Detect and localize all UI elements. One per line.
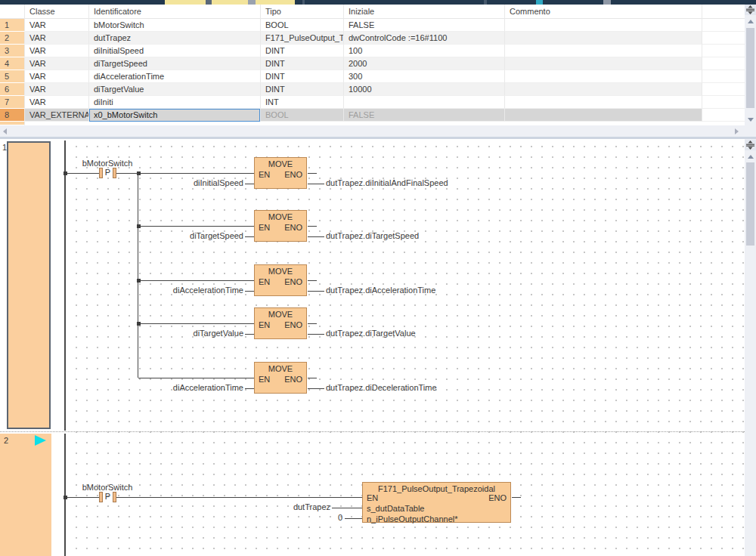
header-identificatore[interactable]: Identificatore [89, 5, 261, 19]
network2-margin[interactable] [0, 434, 51, 556]
vscrollbar-thumb[interactable] [746, 28, 754, 108]
block-output-operand[interactable]: dutTrapez.diTargetValue [326, 329, 416, 338]
cell-classe[interactable]: VAR [25, 57, 89, 70]
cell-commento[interactable] [505, 32, 702, 45]
move-block[interactable]: MOVE EN ENO [254, 362, 307, 394]
cell-classe[interactable]: VAR [25, 19, 89, 32]
cell-iniziale[interactable]: FALSE [344, 19, 505, 32]
positive-edge-contact[interactable]: P [103, 492, 113, 502]
cell-tipo[interactable]: DINT [261, 70, 344, 83]
cell-iniziale[interactable]: 300 [344, 70, 505, 83]
move-block[interactable]: MOVE EN ENO [254, 210, 307, 242]
header-iniziale[interactable]: Iniziale [344, 5, 505, 19]
cell-classe[interactable]: VAR [25, 96, 89, 109]
cell-commento[interactable] [505, 96, 702, 109]
cell-identificatore[interactable]: bMotorSwitch [89, 19, 261, 32]
move-block[interactable]: MOVE EN ENO [254, 264, 307, 296]
cell-commento[interactable] [505, 45, 702, 57]
network-number[interactable]: 2 [4, 436, 8, 445]
block-input-operand[interactable]: diTargetValue [92, 329, 243, 338]
cell-identificatore[interactable]: diIniti [89, 96, 261, 109]
cell-iniziale[interactable]: 2000 [344, 57, 505, 70]
cell-tipo[interactable]: BOOL [261, 19, 344, 32]
scroll-left-icon[interactable] [0, 125, 9, 137]
scroll-up-icon[interactable] [745, 152, 756, 161]
table-row[interactable]: 5 VAR diAccelerationTime DINT 300 [0, 70, 745, 83]
table-row[interactable]: 4 VAR diTargetSpeed DINT 2000 [0, 57, 745, 70]
scroll-down-icon[interactable] [745, 115, 756, 124]
cell-iniziale[interactable]: dwControlCode :=16#1100 [344, 32, 505, 45]
cell-extra [702, 45, 745, 57]
row-number[interactable]: 5 [0, 70, 25, 83]
table-row-selected[interactable]: 8 VAR_EXTERNAL x0_bMotorSwitch BOOL FALS… [0, 109, 745, 122]
scroll-up-icon[interactable] [745, 17, 756, 26]
contact-bar[interactable] [113, 168, 116, 178]
cell-classe[interactable]: VAR [25, 83, 89, 96]
row-number[interactable]: 2 [0, 32, 25, 45]
row-number[interactable]: 6 [0, 83, 25, 96]
move-block[interactable]: MOVE EN ENO [254, 307, 307, 339]
cell-commento[interactable] [505, 70, 702, 83]
cell-tipo[interactable]: F171_PulseOutput_T... [261, 32, 344, 45]
table-row[interactable]: 6 VAR diTargetValue DINT 10000 [0, 83, 745, 96]
table-row[interactable]: 1 VAR bMotorSwitch BOOL FALSE [0, 19, 745, 32]
row-number[interactable]: 3 [0, 45, 25, 57]
cell-tipo[interactable]: BOOL [261, 109, 344, 122]
cell-iniziale[interactable]: FALSE [344, 109, 505, 122]
cell-tipo[interactable]: DINT [261, 57, 344, 70]
block-output-operand[interactable]: dutTrapez.diAccelerationTime [326, 286, 435, 295]
ladder-vscrollbar[interactable] [745, 139, 756, 556]
function-block-f171[interactable]: F171_PulseOutput_Trapezoidal EN ENO s_du… [362, 482, 511, 523]
move-block[interactable]: MOVE EN ENO [254, 157, 307, 189]
row-number[interactable]: 4 [0, 57, 25, 70]
cell-identificatore[interactable]: diInitialSpeed [89, 45, 261, 57]
wire [308, 226, 317, 227]
header-classe[interactable]: Classe [25, 5, 89, 19]
row-number[interactable]: 8 [0, 109, 25, 122]
cell-iniziale[interactable]: 10000 [344, 83, 505, 96]
splitter-handle-icon[interactable] [745, 5, 756, 15]
identifier-edit-field[interactable]: x0_bMotorSwitch [89, 109, 260, 122]
row-number[interactable]: 1 [0, 19, 25, 32]
block-input-operand[interactable]: diAccelerationTime [92, 286, 243, 295]
cell-identificatore[interactable]: dutTrapez [89, 32, 261, 45]
cell-iniziale[interactable] [344, 96, 505, 109]
table-hscrollbar[interactable] [0, 125, 756, 137]
cell-tipo[interactable]: DINT [261, 45, 344, 57]
cell-commento[interactable] [505, 19, 702, 32]
network1-margin[interactable] [7, 141, 51, 429]
splitter-handle-icon[interactable] [745, 140, 756, 150]
block-input-operand[interactable]: dutTrapez [179, 502, 330, 512]
table-row[interactable]: 7 VAR diIniti INT [0, 96, 745, 109]
header-tipo[interactable]: Tipo [261, 5, 344, 19]
row-number[interactable]: 7 [0, 96, 25, 109]
cell-identificatore[interactable]: diAccelerationTime [89, 70, 261, 83]
cell-classe[interactable]: VAR_EXTERNAL [25, 109, 89, 122]
block-input-operand[interactable]: diTargetSpeed [92, 231, 243, 241]
block-output-operand[interactable]: dutTrapez.diInitialAndFinalSpeed [326, 178, 448, 188]
cell-identificatore[interactable]: diTargetValue [89, 83, 261, 96]
table-row[interactable]: 2 VAR dutTrapez F171_PulseOutput_T... dw… [0, 32, 745, 45]
cell-classe[interactable]: VAR [25, 32, 89, 45]
cell-commento[interactable] [505, 109, 702, 122]
cell-commento[interactable] [505, 57, 702, 70]
block-input-operand[interactable]: diInitialSpeed [92, 178, 243, 188]
header-commento[interactable]: Commento [505, 5, 702, 19]
cell-identificatore[interactable]: diTargetSpeed [89, 57, 261, 70]
cell-tipo[interactable]: DINT [261, 83, 344, 96]
block-output-operand[interactable]: dutTrapez.diDecelerationTime [326, 383, 437, 393]
block-input-operand[interactable]: diAccelerationTime [92, 383, 243, 393]
table-vscrollbar[interactable] [745, 5, 756, 125]
cell-commento[interactable] [505, 83, 702, 96]
block-input-operand[interactable]: 0 [191, 513, 342, 523]
block-output-operand[interactable]: dutTrapez.diTargetSpeed [326, 231, 419, 241]
cell-classe[interactable]: VAR [25, 70, 89, 83]
cell-tipo[interactable]: INT [261, 96, 344, 109]
vscrollbar-thumb[interactable] [746, 162, 754, 246]
cell-iniziale[interactable]: 100 [344, 45, 505, 57]
contact-bar[interactable] [113, 492, 116, 502]
scroll-right-icon[interactable] [732, 125, 741, 137]
cell-classe[interactable]: VAR [25, 45, 89, 57]
positive-edge-contact[interactable]: P [103, 168, 113, 178]
table-row[interactable]: 3 VAR diInitialSpeed DINT 100 [0, 45, 745, 57]
